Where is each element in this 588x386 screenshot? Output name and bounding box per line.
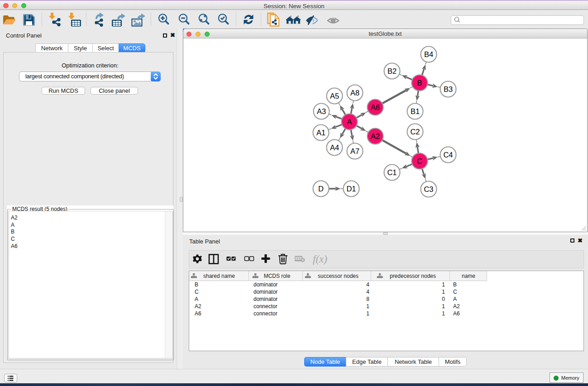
svg-text:B4: B4 bbox=[424, 50, 433, 58]
svg-text:A6: A6 bbox=[195, 310, 201, 317]
svg-text:B: B bbox=[195, 281, 198, 288]
svg-text:B2: B2 bbox=[387, 67, 397, 75]
svg-text:C: C bbox=[417, 157, 422, 165]
svg-text:A7: A7 bbox=[350, 147, 359, 155]
svg-text:A6: A6 bbox=[371, 103, 380, 111]
svg-text:A2: A2 bbox=[453, 303, 460, 310]
svg-text:A1: A1 bbox=[316, 129, 325, 137]
svg-text:D: D bbox=[318, 185, 324, 193]
svg-text:C4: C4 bbox=[443, 151, 453, 159]
svg-text:C3: C3 bbox=[424, 185, 433, 193]
svg-text:A: A bbox=[347, 118, 352, 126]
svg-text:C2: C2 bbox=[410, 128, 420, 136]
svg-text:MCDS role: MCDS role bbox=[264, 273, 291, 279]
svg-text:1: 1 bbox=[442, 310, 445, 317]
svg-text:A: A bbox=[195, 296, 198, 302]
svg-text:4: 4 bbox=[366, 281, 369, 288]
svg-text:dominator: dominator bbox=[253, 289, 277, 295]
svg-text:shared name: shared name bbox=[203, 273, 235, 279]
svg-text:dominator: dominator bbox=[253, 296, 277, 302]
svg-text:A4: A4 bbox=[330, 143, 339, 152]
svg-text:B3: B3 bbox=[444, 85, 453, 93]
svg-text:4: 4 bbox=[366, 289, 369, 295]
svg-text:B: B bbox=[417, 79, 422, 87]
svg-text:1: 1 bbox=[442, 281, 445, 288]
svg-text:1: 1 bbox=[366, 310, 369, 317]
svg-text:successor nodes: successor nodes bbox=[318, 273, 359, 279]
svg-text:f(x): f(x) bbox=[313, 253, 327, 265]
svg-text:1: 1 bbox=[442, 303, 445, 310]
svg-text:0: 0 bbox=[442, 296, 445, 302]
svg-text:1: 1 bbox=[442, 289, 445, 295]
svg-text:A: A bbox=[453, 296, 457, 302]
svg-text:connector: connector bbox=[253, 303, 277, 310]
svg-text:name: name bbox=[462, 273, 475, 279]
svg-text:D1: D1 bbox=[346, 185, 356, 193]
svg-text:C1: C1 bbox=[387, 168, 397, 176]
svg-text:A8: A8 bbox=[350, 89, 359, 97]
svg-text:A5: A5 bbox=[330, 92, 339, 100]
svg-text:B: B bbox=[453, 281, 457, 288]
svg-text:A2: A2 bbox=[195, 303, 201, 310]
svg-text:A6: A6 bbox=[453, 310, 460, 317]
svg-text:C: C bbox=[195, 289, 199, 295]
svg-text:8: 8 bbox=[366, 296, 369, 302]
svg-text:A2: A2 bbox=[371, 132, 380, 140]
svg-text:dominator: dominator bbox=[253, 281, 277, 288]
svg-text:B1: B1 bbox=[411, 107, 420, 115]
svg-text:A3: A3 bbox=[317, 107, 326, 115]
svg-text:C: C bbox=[453, 289, 457, 295]
svg-text:connector: connector bbox=[253, 310, 277, 317]
svg-text:1: 1 bbox=[366, 303, 369, 310]
svg-text:predecessor nodes: predecessor nodes bbox=[390, 273, 436, 279]
